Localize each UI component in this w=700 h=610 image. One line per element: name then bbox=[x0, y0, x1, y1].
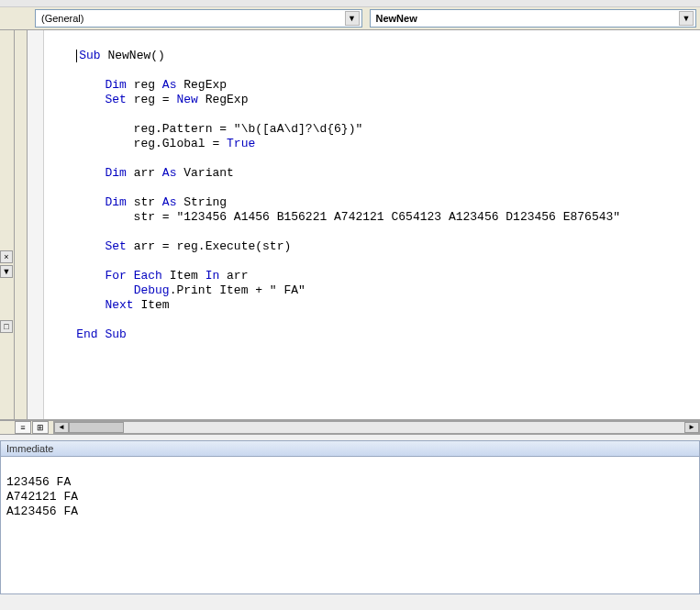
chevron-down-icon[interactable]: ▼ bbox=[679, 11, 694, 26]
scroll-thumb[interactable] bbox=[69, 422, 124, 433]
procedure-dropdown[interactable]: NewNew ▼ bbox=[370, 9, 697, 28]
caret-icon bbox=[76, 50, 77, 62]
code-text-area[interactable]: Sub NewNew() Dim reg As RegExp Set reg =… bbox=[44, 30, 700, 419]
code-line: Dim str As String bbox=[48, 195, 227, 209]
full-module-view-button[interactable]: ⊞ bbox=[32, 421, 49, 434]
code-line: Dim reg As RegExp bbox=[48, 78, 227, 92]
left-dock-strip: × ▼ □ bbox=[0, 30, 15, 419]
immediate-window[interactable]: 123456 FA A742121 FA A123456 FA bbox=[0, 457, 700, 594]
dock-stub-icon[interactable]: □ bbox=[0, 320, 13, 333]
code-line: str = "123456 A1456 B156221 A742121 C654… bbox=[48, 210, 620, 224]
indicator-margin bbox=[28, 30, 44, 419]
immediate-window-title[interactable]: Immediate bbox=[0, 440, 700, 457]
object-procedure-bar: (General) ▼ NewNew ▼ bbox=[0, 7, 700, 30]
code-line: Dim arr As Variant bbox=[48, 166, 234, 180]
code-line: reg.Global = True bbox=[48, 137, 255, 150]
immediate-line: 123456 FA bbox=[6, 475, 71, 489]
immediate-line: A742121 FA bbox=[6, 490, 78, 504]
code-line: Set reg = New RegExp bbox=[48, 93, 248, 106]
horizontal-scrollbar[interactable]: ◄ ► bbox=[53, 421, 700, 434]
breakpoint-margin[interactable] bbox=[15, 30, 28, 419]
scroll-left-icon[interactable]: ◄ bbox=[54, 422, 69, 433]
code-line: Sub NewNew() bbox=[48, 49, 165, 62]
code-line: reg.Pattern = "\b([aA\d]?\d{6})" bbox=[48, 122, 362, 136]
code-line: Next Item bbox=[48, 298, 170, 312]
chevron-down-icon[interactable]: ▼ bbox=[345, 11, 360, 26]
scroll-right-icon[interactable]: ► bbox=[684, 422, 699, 433]
object-dropdown[interactable]: (General) ▼ bbox=[35, 9, 362, 28]
object-dropdown-value: (General) bbox=[41, 13, 83, 24]
code-line: End Sub bbox=[48, 327, 127, 341]
immediate-line: A123456 FA bbox=[6, 505, 78, 518]
procedure-dropdown-value: NewNew bbox=[376, 13, 417, 24]
dock-down-icon[interactable]: ▼ bbox=[0, 265, 13, 278]
code-editor: × ▼ □ Sub NewNew() Dim reg As RegExp Set… bbox=[0, 30, 700, 420]
editor-footer: ≡ ⊞ ◄ ► bbox=[0, 420, 700, 435]
code-line: Debug.Print Item + " FA" bbox=[48, 283, 306, 297]
code-line: For Each Item In arr bbox=[48, 269, 248, 283]
code-line: Set arr = reg.Execute(str) bbox=[48, 239, 291, 253]
procedure-view-button[interactable]: ≡ bbox=[15, 421, 31, 434]
dock-close-icon[interactable]: × bbox=[0, 250, 13, 263]
toolbar-remnant bbox=[0, 0, 700, 7]
